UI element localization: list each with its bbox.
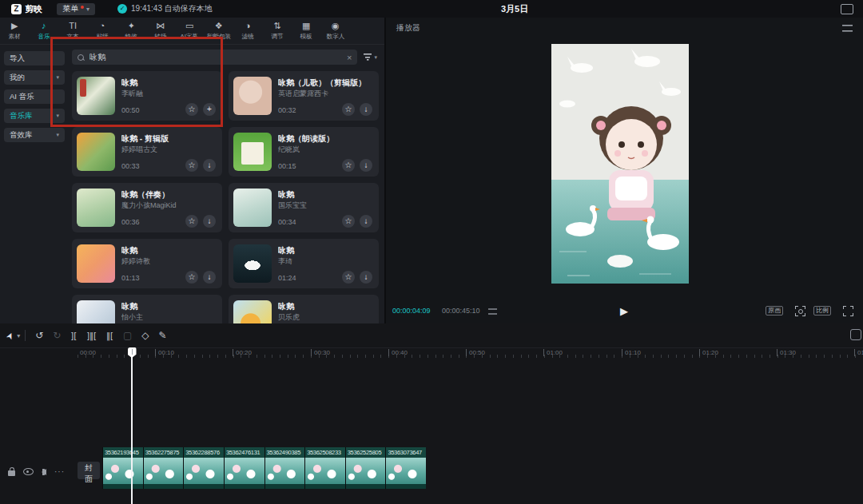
caption-edit-button[interactable]: ✎ [153,330,171,341]
frame-preview-icon[interactable] [488,308,497,315]
favorite-button[interactable]: ☆ [342,215,355,228]
download-button[interactable]: ↓ [360,103,372,116]
ratio-badge[interactable]: 比例 [813,306,831,315]
tab-transition[interactable]: ⋈转场 [146,21,176,41]
tab-audio[interactable]: ♪音乐 [30,21,59,41]
menu-button[interactable]: 菜单 ▾ [57,3,95,15]
download-button[interactable]: ↓ [203,159,216,172]
timeline-clip[interactable]: 35362525805 [345,447,386,489]
music-card[interactable]: 咏鹅 李琦 01:24 ☆↓ [229,239,379,288]
digital-human-icon: ◉ [332,21,340,31]
transition-icon: ⋈ [156,21,165,31]
tab-effects[interactable]: ✦特效 [117,21,146,41]
download-button[interactable]: ↓ [360,159,372,172]
split-icon: ][ [70,331,77,340]
mute-track-icon[interactable] [42,469,46,475]
music-card[interactable]: 咏鹅（朗读版） 纪晓岚 00:15 ☆↓ [229,127,379,177]
music-card[interactable]: 咏鹅（儿歌）（剪辑版） 英语启蒙露西卡 00:32 ☆↓ [229,71,379,121]
sidebar-item-ai-music[interactable]: AI 音乐 [4,89,65,104]
project-date: 3月5日 [501,3,528,15]
sidebar-item-music-library[interactable]: 音乐库▾ [4,109,65,123]
cursor-icon: ➤ [4,330,17,341]
clear-search-button[interactable]: × [347,53,352,62]
favorite-button[interactable]: ☆ [185,103,198,116]
tab-sticker[interactable]: ◔贴纸 [88,21,117,41]
search-box[interactable]: × [72,50,357,65]
tab-digital-human[interactable]: ◉数字人 [321,21,351,41]
music-card-title: 咏鹅 [121,77,216,89]
favorite-button[interactable]: ☆ [342,103,355,116]
timeline-clip[interactable]: 35362193645 [102,447,143,489]
download-button[interactable]: ↓ [360,271,372,284]
timeline-clip[interactable]: 35362508233 [304,447,345,489]
display-mode-icon[interactable] [841,4,853,14]
favorite-button[interactable]: ☆ [342,271,355,284]
preview-focus-icon[interactable] [795,306,805,316]
more-options-icon[interactable]: ··· [54,469,65,475]
timeline-clip[interactable]: 35362490385 [264,447,305,489]
download-button[interactable]: ↓ [203,271,216,284]
fullscreen-icon[interactable] [843,306,853,316]
ruler-label: 00:40 [388,349,408,356]
timeline-clip[interactable]: 35363073647 [385,447,426,489]
timeline-clip[interactable]: 35362476131 [224,447,264,489]
music-card-thumbnail [77,189,115,227]
download-icon: ↓ [364,161,368,169]
menu-button-label: 菜单 [62,3,78,14]
clip-thumbnail [225,458,264,484]
star-icon: ☆ [189,216,196,225]
split-right-button[interactable]: ‖[ [101,331,118,340]
split-button[interactable]: ][ [66,331,82,340]
video-preview[interactable] [551,44,689,284]
add-to-track-button[interactable]: + [203,103,216,116]
music-card[interactable]: 咏鹅（伴奏） 魔力小孩MagiKid 00:36 ☆↓ [72,183,222,232]
freeze-frame-icon: ▢ [123,330,132,341]
mask-button[interactable]: ◇ [137,330,153,341]
timeline-clip[interactable]: 35362275875 [143,447,184,489]
playhead-line[interactable] [131,347,133,504]
music-card[interactable]: 咏鹅 贝乐虎 [229,295,379,323]
favorite-button[interactable]: ☆ [185,215,198,228]
tab-text[interactable]: TI文本 [58,21,88,41]
tab-media[interactable]: ▶素材 [0,21,30,41]
lock-track-icon[interactable] [8,470,15,476]
download-button[interactable]: ↓ [203,215,216,228]
timeline-clip[interactable]: 35362288576 [183,447,224,489]
search-input[interactable] [88,52,343,62]
tab-ai-caption[interactable]: ▭AI字幕 [175,21,205,41]
sidebar-item-sound-effects[interactable]: 音效库▾ [4,128,65,142]
download-button[interactable]: ↓ [360,215,372,228]
music-card[interactable]: 咏鹅 李昕融 00:50 ☆+ [72,71,222,121]
tab-filter[interactable]: ◑滤镜 [233,21,263,41]
ruler-label: 01:10 [622,349,641,356]
redo-button[interactable]: ↻ [48,330,66,341]
media-panel: ▶素材 ♪音乐 TI文本 ◔贴纸 ✦特效 ⋈转场 ▭AI字幕 ❖智能包装 ◑滤镜… [0,18,384,323]
freeze-frame-button[interactable]: ▢ [118,330,137,341]
toggle-visibility-icon[interactable] [23,468,34,475]
tab-adjust[interactable]: ⇅调节 [263,21,292,41]
music-card[interactable]: 咏鹅 婷婷诗教 01:13 ☆↓ [72,239,222,288]
tab-smart-pack[interactable]: ❖智能包装 [205,21,234,41]
quality-badge[interactable]: 原画 [766,306,783,315]
filter-button[interactable]: ▾ [362,54,379,61]
music-card[interactable]: 咏鹅 怡小主 [72,295,222,323]
undo-button[interactable]: ↺ [30,330,48,341]
music-card[interactable]: 咏鹅 - 剪辑版 婷婷唱古文 00:33 ☆↓ [72,127,222,177]
chevron-down-icon: ▾ [17,332,20,339]
filter-icon: ◑ [245,21,251,31]
sidebar-item-mine[interactable]: 我的▾ [4,70,65,85]
tab-template[interactable]: ▦模板 [292,21,321,41]
play-button[interactable]: ▶ [615,304,633,318]
split-left-button[interactable]: ]‖[ [82,331,101,340]
favorite-button[interactable]: ☆ [185,271,198,284]
cover-button[interactable]: 封面 [78,462,100,479]
sidebar-item-import[interactable]: 导入 [4,51,65,65]
favorite-button[interactable]: ☆ [185,159,198,172]
clip-id: 35362490385 [265,447,305,458]
select-tool-button[interactable]: ➤ ▾ [6,331,20,341]
favorite-button[interactable]: ☆ [342,159,355,172]
music-card[interactable]: 咏鹅 国乐宝宝 00:34 ☆↓ [229,183,379,232]
music-card-title: 咏鹅 - 剪辑版 [121,133,216,145]
player-menu-icon[interactable] [842,25,853,32]
timeline-options-icon[interactable] [850,329,861,340]
